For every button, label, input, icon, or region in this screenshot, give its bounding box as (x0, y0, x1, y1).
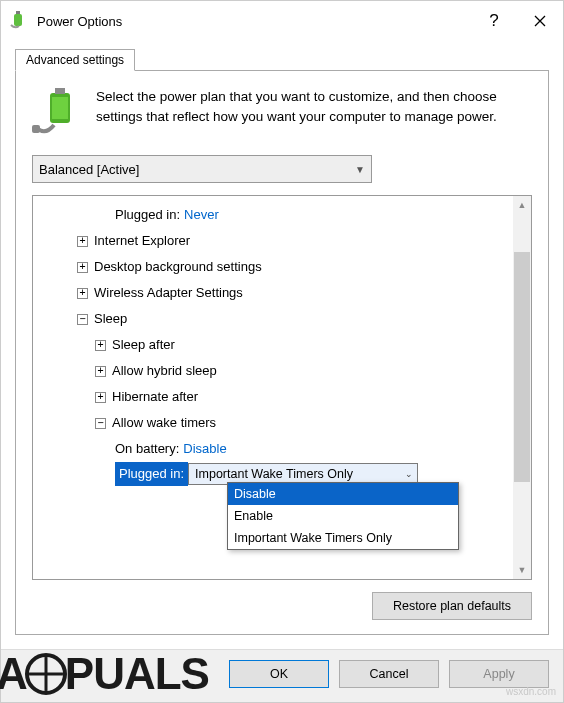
tree-row-plugged-in-top[interactable]: Plugged in: Never (37, 202, 513, 228)
svg-rect-5 (32, 125, 40, 133)
battery-plug-icon (32, 87, 82, 137)
tree-row-on-battery[interactable]: On battery: Disable (37, 436, 513, 462)
collapse-minus-icon[interactable]: − (95, 418, 106, 429)
scroll-up-button[interactable]: ▲ (513, 196, 531, 214)
tree-row-allow-hybrid-sleep[interactable]: + Allow hybrid sleep (37, 358, 513, 384)
expand-plus-icon[interactable]: + (77, 236, 88, 247)
svg-rect-0 (14, 14, 22, 26)
power-options-dialog: Power Options ? Advanced settings (0, 0, 564, 703)
tab-advanced-settings[interactable]: Advanced settings (15, 49, 135, 71)
restore-row: Restore plan defaults (32, 592, 532, 620)
tree-row-allow-wake-timers[interactable]: − Allow wake timers (37, 410, 513, 436)
option-enable[interactable]: Enable (228, 505, 458, 527)
selected-label: Plugged in: (115, 462, 188, 486)
option-disable[interactable]: Disable (228, 483, 458, 505)
scroll-track[interactable] (513, 214, 531, 561)
power-plan-value: Balanced [Active] (39, 162, 139, 177)
tabstrip: Advanced settings (15, 47, 549, 71)
client-area: Advanced settings Select the power plan … (1, 41, 563, 649)
watermark: wsxdn.com (506, 686, 556, 697)
tree-row-wireless-adapter[interactable]: + Wireless Adapter Settings (37, 280, 513, 306)
intro-row: Select the power plan that you want to c… (32, 87, 532, 137)
expand-plus-icon[interactable]: + (77, 262, 88, 273)
titlebar: Power Options ? (1, 1, 563, 41)
window-title: Power Options (37, 14, 471, 29)
expand-plus-icon[interactable]: + (95, 392, 106, 403)
cancel-button[interactable]: Cancel (339, 660, 439, 688)
intro-text: Select the power plan that you want to c… (96, 87, 532, 137)
power-options-icon (9, 11, 29, 31)
tab-frame: Select the power plan that you want to c… (15, 70, 549, 635)
close-button[interactable] (517, 1, 563, 41)
expand-plus-icon[interactable]: + (77, 288, 88, 299)
expand-plus-icon[interactable]: + (95, 340, 106, 351)
svg-rect-4 (52, 97, 68, 119)
help-button[interactable]: ? (471, 1, 517, 41)
tree-row-desktop-background[interactable]: + Desktop background settings (37, 254, 513, 280)
scroll-down-button[interactable]: ▼ (513, 561, 531, 579)
tree-scrollbar[interactable]: ▲ ▼ (513, 196, 531, 579)
restore-defaults-button[interactable]: Restore plan defaults (372, 592, 532, 620)
close-icon (534, 15, 546, 27)
scroll-thumb[interactable] (514, 252, 530, 482)
tree-row-sleep-after[interactable]: + Sleep after (37, 332, 513, 358)
tree-row-internet-explorer[interactable]: + Internet Explorer (37, 228, 513, 254)
ok-button[interactable]: OK (229, 660, 329, 688)
svg-rect-1 (16, 11, 20, 14)
value-never[interactable]: Never (184, 202, 219, 228)
value-on-battery[interactable]: Disable (183, 436, 226, 462)
option-important-wake-timers[interactable]: Important Wake Timers Only (228, 527, 458, 549)
expand-plus-icon[interactable]: + (95, 366, 106, 377)
tree-row-sleep[interactable]: − Sleep (37, 306, 513, 332)
dialog-buttons: OK Cancel Apply (1, 649, 563, 702)
tree-row-hibernate-after[interactable]: + Hibernate after (37, 384, 513, 410)
svg-rect-3 (55, 88, 65, 94)
settings-tree: Plugged in: Never + Internet Explorer + … (32, 195, 532, 580)
power-plan-select[interactable]: Balanced [Active] ▼ (32, 155, 372, 183)
collapse-minus-icon[interactable]: − (77, 314, 88, 325)
plugged-in-dropdown[interactable]: Disable Enable Important Wake Timers Onl… (227, 482, 459, 550)
apply-button[interactable]: Apply (449, 660, 549, 688)
chevron-down-icon: ▼ (355, 164, 365, 175)
